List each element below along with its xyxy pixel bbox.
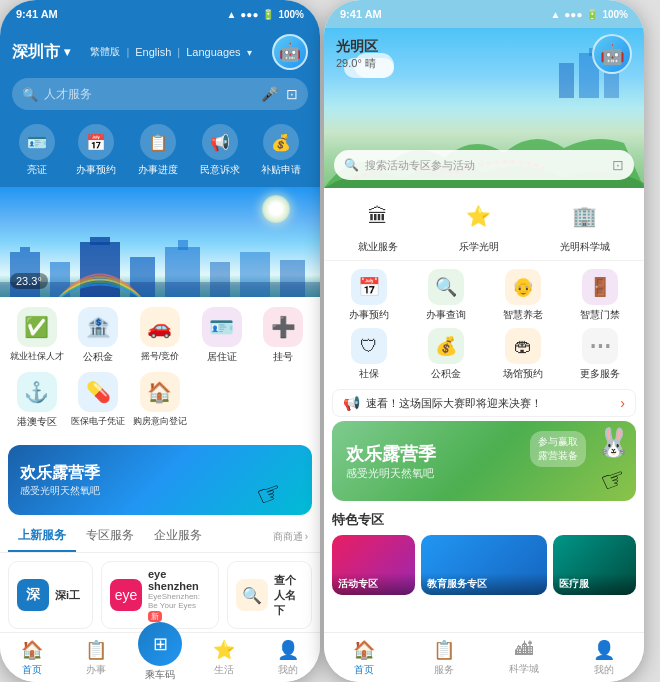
nav-profile[interactable]: 👤 我的 [256, 639, 320, 677]
housingfund-label: 公积金 [83, 350, 113, 364]
nav-life[interactable]: ⭐ 生活 [192, 639, 256, 677]
right-nav-services[interactable]: 📋 服务 [404, 639, 484, 677]
left-bottom-nav: 🏠 首页 📋 办事 ⊞ 乘车码 ⭐ 生活 👤 我的 [0, 632, 320, 682]
languages-label[interactable]: Languages [186, 46, 240, 58]
right-service-appointment[interactable]: 📅 办事预约 [332, 269, 405, 322]
service-residence[interactable]: 🪪 居住证 [193, 307, 251, 364]
nav-home[interactable]: 🏠 首页 [0, 639, 64, 677]
trad-chinese-label[interactable]: 繁體版 [90, 45, 120, 59]
quick-icon-subsidy[interactable]: 💰 补贴申请 [261, 124, 301, 177]
english-label[interactable]: English [135, 46, 171, 58]
lang-area: 繁體版 | English | Languages ▾ [90, 45, 251, 59]
service-medical-card[interactable]: 💊 医保电子凭证 [70, 372, 128, 429]
right-search-bar[interactable]: 🔍 搜索活动专区参与活动 ⊡ [334, 150, 634, 180]
right-query-label: 办事查询 [426, 308, 466, 322]
zone-card-medical-label: 医疗服 [553, 573, 636, 595]
service-hk-macau[interactable]: ⚓ 港澳专区 [8, 372, 66, 429]
right-nav-profile[interactable]: 👤 我的 [564, 639, 644, 677]
right-profile-label: 我的 [594, 663, 614, 677]
right-service-social[interactable]: 🛡 社保 [332, 328, 405, 381]
cat-study[interactable]: ⭐ 乐学光明 [459, 196, 499, 254]
science-cat-icon: 🏢 [565, 196, 605, 236]
location-city: 光明区 [336, 38, 378, 56]
svg-rect-1 [20, 247, 30, 252]
right-battery-icon: 🔋 [586, 9, 598, 20]
mini-app-shenig[interactable]: 深 深i工 [8, 561, 93, 629]
right-robot-avatar[interactable]: 🤖 [592, 34, 632, 74]
employment-label: 就业社保人才 [10, 350, 64, 363]
house-reg-icon: 🏠 [140, 372, 180, 412]
right-service-query[interactable]: 🔍 办事查询 [409, 269, 482, 322]
zone-card-activity[interactable]: 活动专区 [332, 535, 415, 595]
cat-employment[interactable]: 🏛 就业服务 [358, 196, 398, 254]
right-banner-text: 欢乐露营季 感受光明天然氧吧 [346, 442, 436, 481]
quick-icon-progress[interactable]: 📋 办事进度 [138, 124, 178, 177]
quick-icon-petition[interactable]: 📢 民意诉求 [200, 124, 240, 177]
category-row: 🏛 就业服务 ⭐ 乐学光明 🏢 光明科学城 [324, 188, 644, 261]
left-search-bar[interactable]: 🔍 人才服务 🎤 ⊡ [12, 78, 308, 110]
nav-services[interactable]: 📋 办事 [64, 639, 128, 677]
housingfund-icon: 🏦 [78, 307, 118, 347]
right-nav-home[interactable]: 🏠 首页 [324, 639, 404, 677]
search-placeholder: 人才服务 [44, 86, 92, 103]
mini-app-search-person[interactable]: 🔍 查个人名下 [227, 561, 312, 629]
notif-arrow-icon: › [620, 395, 625, 411]
right-gate-label: 智慧门禁 [580, 308, 620, 322]
right-social-icon: 🛡 [351, 328, 387, 364]
banner-cta[interactable]: 参与赢取 露营装备 [530, 431, 586, 467]
zone-card-medical[interactable]: 医疗服 [553, 535, 636, 595]
notif-text: 速看！这场国际大赛即将迎来决赛！ [366, 396, 614, 411]
right-elderly-label: 智慧养老 [503, 308, 543, 322]
mic-icon[interactable]: 🎤 [261, 86, 278, 102]
mini-app-eyeshenzhen[interactable]: eye eye shenzhen EyeShenzhen: Be Your Ey… [101, 561, 219, 629]
service-employment[interactable]: ✅ 就业社保人才 [8, 307, 66, 364]
sheni-icon: 深 [17, 579, 49, 611]
scan-icon[interactable]: ⊡ [286, 86, 298, 102]
left-banner-ad[interactable]: 欢乐露营季 感受光明天然氧吧 ☞ [8, 445, 312, 515]
notification-bar[interactable]: 📢 速看！这场国际大赛即将迎来决赛！ › [332, 389, 636, 417]
right-wifi-icon: ▲ [550, 9, 560, 20]
right-service-venue[interactable]: 🏟 场馆预约 [486, 328, 559, 381]
left-tabs: 上新服务 专区服务 企业服务 商商通 › [0, 521, 320, 553]
quick-icon-liangzheng[interactable]: 🪪 亮证 [19, 124, 55, 177]
right-service-provident[interactable]: 💰 公积金 [409, 328, 482, 381]
right-science-icon: 🏙 [515, 639, 533, 660]
tab-new-services[interactable]: 上新服务 [8, 521, 76, 552]
lang-chevron: ▾ [247, 47, 252, 58]
robot-emoji: 🤖 [279, 41, 301, 63]
city-selector[interactable]: 深圳市 ▾ [12, 42, 70, 63]
service-house-reg[interactable]: 🏠 购房意向登记 [131, 372, 189, 429]
service-housingfund[interactable]: 🏦 公积金 [70, 307, 128, 364]
quick-icon-appointment[interactable]: 📅 办事预约 [76, 124, 116, 177]
search-person-text: 查个人名下 [274, 573, 303, 618]
left-status-bar: 9:41 AM ▲ ●●● 🔋 100% [0, 0, 320, 28]
chevron-down-icon: ▾ [64, 45, 70, 59]
zone-card-activity-label: 活动专区 [332, 573, 415, 595]
robot-avatar[interactable]: 🤖 [272, 34, 308, 70]
right-banner-ad[interactable]: 欢乐露营季 感受光明天然氧吧 参与赢取 露营装备 ☞ 🐰 [332, 421, 636, 501]
home-label: 首页 [22, 663, 42, 677]
tab-enterprise-services[interactable]: 企业服务 [144, 521, 212, 552]
lottery-label: 摇号/竞价 [141, 350, 180, 363]
cat-science[interactable]: 🏢 光明科学城 [560, 196, 610, 254]
right-scan-icon[interactable]: ⊡ [612, 157, 624, 173]
more-link[interactable]: 商商通 › [269, 521, 312, 552]
house-reg-label: 购房意向登记 [133, 415, 187, 428]
service-lottery[interactable]: 🚗 摇号/竞价 [131, 307, 189, 364]
search-person-icon: 🔍 [236, 579, 268, 611]
right-service-elderly[interactable]: 👴 智慧养老 [486, 269, 559, 322]
hk-macau-label: 港澳专区 [17, 415, 57, 429]
cta-line1: 参与赢取 [538, 435, 578, 449]
service-registration[interactable]: ➕ 挂号 [254, 307, 312, 364]
appointment-label: 办事预约 [76, 163, 116, 177]
zone-card-education[interactable]: 教育服务专区 [421, 535, 546, 595]
hk-macau-icon: ⚓ [17, 372, 57, 412]
right-hand-cursor-icon: ☞ [596, 460, 631, 500]
nav-qr[interactable]: ⊞ 乘车码 [128, 634, 192, 682]
subsidy-icon: 💰 [263, 124, 299, 160]
right-nav-science[interactable]: 🏙 科学城 [484, 639, 564, 676]
tab-zone-services[interactable]: 专区服务 [76, 521, 144, 552]
right-service-gate[interactable]: 🚪 智慧门禁 [563, 269, 636, 322]
right-service-more[interactable]: ⋯ 更多服务 [563, 328, 636, 381]
qr-button[interactable]: ⊞ [138, 622, 182, 666]
